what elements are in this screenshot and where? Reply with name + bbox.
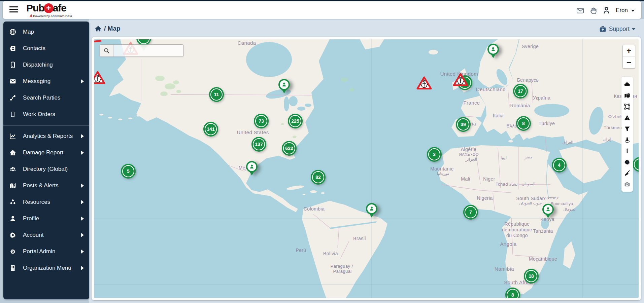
sidebar-item-map[interactable]: Map xyxy=(3,24,89,40)
search-input[interactable] xyxy=(113,45,183,56)
map-tool-broom-button[interactable] xyxy=(623,169,631,177)
pubsafe-logo[interactable]: Pub + afe APowered by Aftermath Data xyxy=(26,2,83,18)
chevron-down-icon[interactable] xyxy=(631,10,635,12)
map-place-label: مصر xyxy=(524,155,532,159)
cluster-marker[interactable]: 82 xyxy=(311,170,326,185)
cluster-marker[interactable]: 225 xyxy=(288,114,303,128)
search-button[interactable] xyxy=(100,45,113,56)
sidebar-item-messaging[interactable]: Messaging xyxy=(3,73,89,89)
user-pin-marker[interactable] xyxy=(366,203,378,219)
sidebar-item-work-orders[interactable]: Work Orders xyxy=(3,106,89,122)
map-tool-cloud-button[interactable] xyxy=(623,80,631,88)
map-canvas[interactable]: 111417313722562282539178347188 CanadaUni… xyxy=(94,39,639,298)
support-menu[interactable]: Support xyxy=(599,26,635,33)
cluster-marker[interactable]: 18 xyxy=(524,269,539,283)
info-icon xyxy=(624,148,630,154)
map-place-label: ليبيا xyxy=(501,155,507,160)
map-tool-info-button[interactable] xyxy=(623,147,631,155)
cluster-marker[interactable]: 4 xyxy=(552,158,567,173)
filter-icon xyxy=(624,126,630,132)
sidebar-item-posts-alerts[interactable]: Posts & Alerts xyxy=(3,177,89,194)
home-icon[interactable] xyxy=(95,25,102,32)
cubes-icon xyxy=(9,199,16,205)
user-pin-marker[interactable] xyxy=(246,161,258,177)
cluster-marker[interactable]: 3 xyxy=(427,147,442,162)
support-label: Support xyxy=(609,26,630,33)
zoom-control: + − xyxy=(622,45,635,69)
sidebar-item-portal-admin[interactable]: Portal Admin xyxy=(3,243,89,260)
sidebar-item-analytics-reports[interactable]: Analytics & Reports xyxy=(3,128,89,144)
hamburger-menu-icon[interactable] xyxy=(9,6,18,14)
map-tool-map-location-button[interactable] xyxy=(623,91,631,100)
gear-icon xyxy=(9,232,16,238)
pin-disc xyxy=(366,203,377,215)
cluster-marker[interactable]: 137 xyxy=(251,137,266,152)
street-view-icon xyxy=(624,137,630,143)
person-pin-icon xyxy=(369,206,375,212)
sidebar-item-organization-menu[interactable]: Organization Menu xyxy=(3,260,89,276)
cluster-marker[interactable]: 39 xyxy=(456,117,471,132)
map-toolbar xyxy=(621,77,633,192)
cluster-marker[interactable]: 7 xyxy=(463,205,478,220)
map-tool-warning-button[interactable] xyxy=(623,114,631,122)
cluster-marker[interactable]: 622 xyxy=(282,141,297,156)
chevron-right-icon xyxy=(81,250,84,254)
sidebar-item-directory-global[interactable]: Directory (Global) xyxy=(3,161,89,177)
anchor-warning-marker[interactable] xyxy=(416,76,432,90)
cluster-count: 39 xyxy=(461,122,466,127)
sidebar-item-search-parties[interactable]: Search Parties xyxy=(3,89,89,106)
map-tool-gear-button[interactable] xyxy=(623,158,631,166)
user-menu[interactable]: Eron xyxy=(616,7,628,14)
sidebar-item-label: Dispatching xyxy=(23,62,53,68)
sidebar-item-dispatching[interactable]: Dispatching xyxy=(3,56,89,73)
cluster-count: 82 xyxy=(315,175,321,180)
hand-icon[interactable] xyxy=(589,7,597,14)
cluster-count: 622 xyxy=(285,146,293,151)
map-tool-street-view-button[interactable] xyxy=(623,136,631,144)
map-place-label: Canada xyxy=(238,40,256,46)
sidebar-item-label: Map xyxy=(23,29,34,35)
address-book-icon xyxy=(9,45,16,52)
user-pin-marker[interactable] xyxy=(278,79,290,95)
zoom-in-button[interactable]: + xyxy=(623,45,635,56)
person-pin-icon xyxy=(249,164,255,170)
pin-disc xyxy=(487,44,499,55)
zoom-out-button[interactable]: − xyxy=(623,56,635,68)
sidebar-item-label: Search Parties xyxy=(23,94,61,101)
cluster-marker[interactable]: 73 xyxy=(254,114,269,128)
logo-plus-icon: + xyxy=(44,3,54,13)
anchor-warning-marker[interactable] xyxy=(94,71,105,85)
map-place-label: ⵍⴷⵣⴰⵢⴻⵔ xyxy=(459,152,479,157)
sidebar-item-label: Portal Admin xyxy=(23,248,55,255)
breadcrumb[interactable]: / Map xyxy=(95,25,121,32)
cluster-marker[interactable]: 8 xyxy=(516,116,531,131)
user-pin-marker[interactable] xyxy=(487,44,499,60)
logo-tagline: APowered by Aftermath Data xyxy=(30,14,83,18)
search-icon xyxy=(104,48,110,54)
cluster-count: 8 xyxy=(511,292,514,298)
sidebar-item-damage-report[interactable]: Damage Report xyxy=(3,144,89,161)
sidebar-item-resources[interactable]: Resources xyxy=(3,194,89,210)
user-pin-marker[interactable] xyxy=(542,204,554,220)
map-tool-camera-button[interactable] xyxy=(623,180,631,188)
cluster-marker[interactable]: 141 xyxy=(203,122,218,137)
cluster-marker[interactable]: 11 xyxy=(209,87,224,102)
map-card: 111417313722562282539178347188 CanadaUni… xyxy=(92,37,641,300)
envelope-icon[interactable] xyxy=(576,7,584,14)
sidebar-item-label: Profile xyxy=(23,215,39,222)
sidebar-item-account[interactable]: Account xyxy=(3,227,89,243)
person-icon[interactable] xyxy=(603,6,610,14)
cluster-marker[interactable]: 17 xyxy=(513,84,528,99)
sidebar-item-label: Damage Report xyxy=(23,149,63,156)
anchor-warning-marker[interactable] xyxy=(453,73,468,87)
map-place-label: Deutschland xyxy=(476,86,506,92)
sidebar-item-contacts[interactable]: Contacts xyxy=(3,40,89,56)
map-tool-polygon-button[interactable] xyxy=(623,103,631,111)
chevron-right-icon xyxy=(81,233,84,237)
cluster-marker[interactable]: 5 xyxy=(121,164,136,179)
building-icon xyxy=(9,265,16,271)
sidebar-item-profile[interactable]: Profile xyxy=(3,210,89,227)
map-place-label: Nigeria xyxy=(477,195,493,201)
warning-icon xyxy=(624,115,630,121)
map-tool-filter-button[interactable] xyxy=(623,125,631,133)
